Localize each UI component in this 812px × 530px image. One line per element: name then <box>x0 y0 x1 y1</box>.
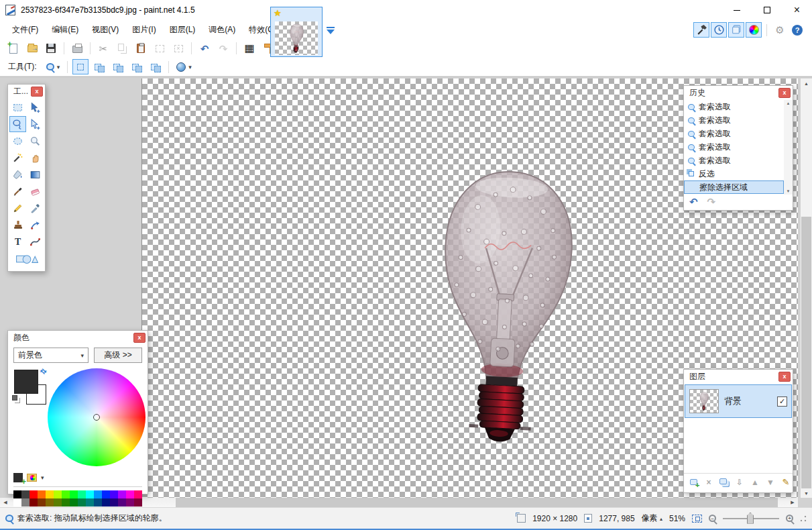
selection-mode-intersect[interactable] <box>129 59 145 74</box>
selection-mode-replace[interactable] <box>72 59 89 74</box>
swap-colors-icon[interactable]: ⇄ <box>38 366 49 377</box>
history-undo-button[interactable]: ↶ <box>689 196 698 208</box>
palette-color[interactable] <box>38 498 46 507</box>
active-tool-dropdown[interactable]: ▾ <box>44 62 63 72</box>
palette-color[interactable] <box>134 498 142 507</box>
tool-clone-stamp[interactable] <box>9 217 26 233</box>
new-file-button[interactable] <box>5 40 21 56</box>
add-color-button[interactable] <box>13 473 23 482</box>
image-tab[interactable]: ★ <box>270 7 323 57</box>
color-wheel-marker[interactable] <box>93 414 100 421</box>
scroll-right-arrow[interactable]: ▶ <box>787 500 798 505</box>
tool-eraser[interactable] <box>27 183 44 199</box>
palette-color[interactable] <box>134 490 142 498</box>
duplicate-layer-button[interactable] <box>717 476 731 489</box>
tool-move-selected-pixels[interactable] <box>27 116 44 132</box>
antialias-dropdown[interactable]: ▾ <box>174 61 194 73</box>
chevron-down-icon[interactable]: ▾ <box>41 474 44 481</box>
palette-color[interactable] <box>62 490 70 498</box>
minimize-button[interactable] <box>721 0 752 20</box>
palette-color[interactable] <box>118 498 126 507</box>
palette-color[interactable] <box>86 490 94 498</box>
close-icon[interactable]: x <box>778 88 791 98</box>
tool-lasso-select[interactable] <box>9 116 26 132</box>
reset-colors-icon[interactable] <box>12 395 17 401</box>
menu-item[interactable]: 文件(F) <box>5 21 45 39</box>
tools-toggle-button[interactable] <box>693 22 709 38</box>
cut-button[interactable]: ✂ <box>95 40 111 56</box>
palette-color[interactable] <box>94 490 102 498</box>
unit-dropdown[interactable]: 像素 ▴ <box>642 513 662 524</box>
zoom-in-button[interactable]: + <box>786 515 793 522</box>
palette-color[interactable] <box>86 498 94 507</box>
palette-color[interactable] <box>30 498 38 507</box>
scroll-up-arrow[interactable]: ▲ <box>804 78 809 88</box>
undo-button[interactable]: ↶ <box>196 40 213 56</box>
close-icon[interactable]: x <box>133 333 146 343</box>
history-toggle-button[interactable] <box>711 22 727 38</box>
zoom-out-button[interactable]: – <box>709 515 716 522</box>
scroll-down-arrow[interactable]: ▼ <box>804 488 809 498</box>
palette-color[interactable] <box>30 490 38 498</box>
zoom-to-window-button[interactable] <box>692 515 702 523</box>
color-target-dropdown[interactable]: 前景色 ▾ <box>13 348 89 363</box>
tool-recolor[interactable] <box>27 217 44 233</box>
grid-button[interactable]: ▦ <box>241 40 257 56</box>
crop-to-selection-button[interactable] <box>152 40 168 56</box>
palette-color[interactable] <box>94 498 102 507</box>
palette-color[interactable] <box>110 498 118 507</box>
palette-color[interactable] <box>62 498 70 507</box>
deselect-button[interactable]: × <box>170 40 186 56</box>
primary-color-swatch[interactable] <box>14 370 38 394</box>
colors-toggle-button[interactable] <box>746 22 762 38</box>
copy-button[interactable] <box>114 40 130 56</box>
tool-color-picker[interactable] <box>27 200 44 216</box>
palette-color[interactable] <box>118 490 126 498</box>
tool-pan[interactable] <box>27 150 44 166</box>
selection-mode-xor[interactable] <box>148 59 164 74</box>
history-item[interactable]: 套索选取 <box>684 127 784 140</box>
history-item[interactable]: 反选 <box>684 167 784 180</box>
palette-color[interactable] <box>21 490 30 498</box>
history-scrollbar[interactable]: ▲▼ <box>784 100 793 195</box>
move-layer-up-button[interactable]: ▲ <box>748 476 762 489</box>
resize-grip[interactable] <box>800 515 807 522</box>
paste-button[interactable] <box>133 40 149 56</box>
history-item[interactable]: 套索选取 <box>684 140 784 154</box>
menu-item[interactable]: 编辑(E) <box>45 21 85 39</box>
zoom-slider[interactable] <box>723 518 779 519</box>
horizontal-scroll-thumb[interactable] <box>176 498 778 507</box>
tool-gradient[interactable] <box>27 166 44 182</box>
history-redo-button[interactable]: ↷ <box>707 196 716 208</box>
history-item[interactable]: 套索选取 <box>684 154 784 167</box>
tab-list-chevron-icon[interactable] <box>326 27 335 38</box>
merge-layer-down-button[interactable]: ⇩ <box>733 476 746 489</box>
palette-color[interactable] <box>78 490 86 498</box>
maximize-button[interactable] <box>752 0 782 20</box>
add-layer-button[interactable] <box>687 476 700 489</box>
selection-mode-subtract[interactable] <box>110 59 126 74</box>
tool-text[interactable]: T <box>9 233 26 250</box>
scroll-up-arrow[interactable]: ▲ <box>787 101 791 105</box>
palette-color[interactable] <box>102 490 110 498</box>
zoom-slider-thumb[interactable] <box>747 513 754 524</box>
palette-color[interactable] <box>70 498 78 507</box>
close-button[interactable]: × <box>782 0 812 20</box>
menu-item[interactable]: 视图(V) <box>85 21 125 39</box>
layer-properties-button[interactable]: ✎ <box>779 476 793 489</box>
palette-color[interactable] <box>110 490 118 498</box>
close-icon[interactable]: x <box>778 372 791 382</box>
tool-move-selection[interactable] <box>27 99 44 115</box>
tool-zoom[interactable] <box>27 133 44 149</box>
palette-color[interactable] <box>126 490 134 498</box>
palette-color[interactable] <box>21 498 30 507</box>
tool-line-curve[interactable] <box>27 233 44 250</box>
history-item[interactable]: 擦除选择区域 <box>684 180 784 194</box>
tool-rectangle-select[interactable] <box>9 99 26 115</box>
palette-color[interactable] <box>46 498 54 507</box>
tool-magic-wand[interactable] <box>9 150 26 166</box>
vertical-scrollbar[interactable]: ▲ ▼ <box>801 78 812 498</box>
menu-item[interactable]: 图片(I) <box>125 21 162 39</box>
save-button[interactable] <box>43 40 59 56</box>
palette-color[interactable] <box>38 490 46 498</box>
